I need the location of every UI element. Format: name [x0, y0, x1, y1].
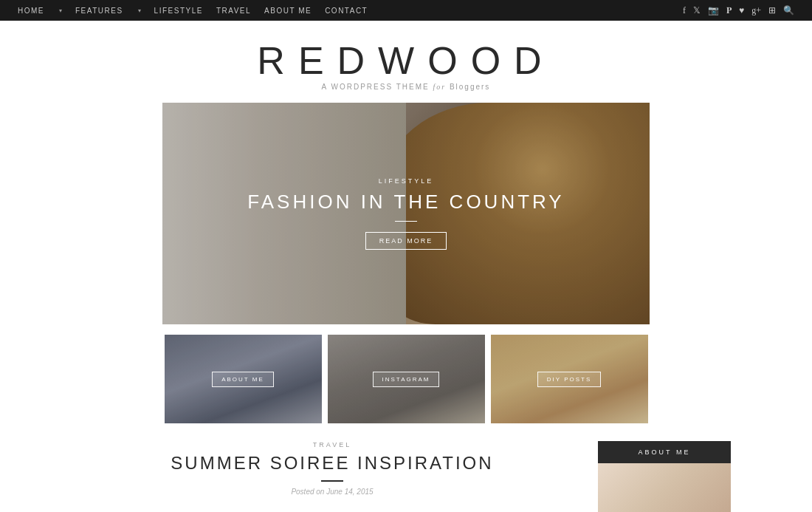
card-diy[interactable]: DIY POSTS [491, 335, 648, 423]
hero-read-more-button[interactable]: READ MORE [365, 232, 447, 250]
hero-section: LIFESTYLE FASHION IN THE COUNTRY READ MO… [162, 103, 650, 324]
card-about-overlay: ABOUT ME [165, 335, 322, 423]
twitter-icon[interactable]: 𝕏 [693, 5, 701, 16]
pinterest-icon[interactable]: 𝐏 [726, 5, 732, 16]
card-instagram[interactable]: INSTAGRAM [328, 335, 485, 423]
sidebar-about-image [598, 463, 731, 512]
nav-lifestyle[interactable]: LIFESTYLE [154, 7, 203, 15]
post-title[interactable]: SUMMER SOIREE INSPIRATION [81, 453, 583, 474]
sidebar: ABOUT ME [598, 441, 731, 512]
hero-category: LIFESTYLE [379, 177, 434, 185]
instagram-icon[interactable]: 📷 [708, 5, 719, 16]
social-icons: f 𝕏 📷 𝐏 ♥ g+ ⊞ 🔍 [683, 5, 794, 16]
site-header: REDWOOD A WORDPRESS THEME for Bloggers [0, 21, 812, 103]
cards-row: ABOUT ME INSTAGRAM DIY POSTS [162, 335, 650, 423]
post-divider [321, 480, 343, 482]
nav-features[interactable]: FEATURES [75, 7, 123, 15]
hero-overlay: LIFESTYLE FASHION IN THE COUNTRY READ MO… [162, 103, 650, 324]
site-title: REDWOOD [0, 41, 812, 80]
nav-home[interactable]: HOME [18, 7, 44, 15]
navigation: HOME ▾ FEATURES ▾ LIFESTYLE TRAVEL ABOUT… [0, 0, 812, 21]
subtitle-italic: for [433, 83, 446, 91]
main-content: TRAVEL SUMMER SOIREE INSPIRATION Posted … [81, 441, 583, 512]
card-diy-overlay: DIY POSTS [491, 335, 648, 423]
post-category: TRAVEL [81, 441, 583, 448]
nav-about[interactable]: ABOUT ME [264, 7, 312, 15]
rss-icon[interactable]: ⊞ [768, 5, 776, 16]
heart-icon[interactable]: ♥ [739, 5, 744, 16]
sidebar-about-button[interactable]: ABOUT ME [598, 441, 731, 463]
content-area: TRAVEL SUMMER SOIREE INSPIRATION Posted … [81, 434, 731, 512]
subtitle-end: Bloggers [446, 83, 490, 91]
subtitle-plain: A WORDPRESS THEME [322, 83, 433, 91]
home-arrow: ▾ [59, 7, 62, 14]
nav-contact[interactable]: CONTACT [325, 7, 368, 15]
features-arrow: ▾ [138, 7, 141, 14]
nav-travel[interactable]: TRAVEL [216, 7, 251, 15]
hero-title: FASHION IN THE COUNTRY [247, 191, 564, 214]
post-date: Posted on June 14, 2015 [81, 488, 583, 496]
card-diy-label: DIY POSTS [537, 372, 602, 387]
site-subtitle: A WORDPRESS THEME for Bloggers [0, 83, 812, 91]
gplus-icon[interactable]: g+ [751, 5, 761, 16]
facebook-icon[interactable]: f [683, 5, 686, 16]
card-about-label: ABOUT ME [212, 372, 274, 387]
search-icon[interactable]: 🔍 [783, 5, 794, 16]
card-instagram-label: INSTAGRAM [373, 372, 440, 387]
hero-divider [395, 221, 417, 222]
card-about[interactable]: ABOUT ME [165, 335, 322, 423]
nav-links: HOME ▾ FEATURES ▾ LIFESTYLE TRAVEL ABOUT… [18, 7, 368, 15]
card-instagram-overlay: INSTAGRAM [328, 335, 485, 423]
